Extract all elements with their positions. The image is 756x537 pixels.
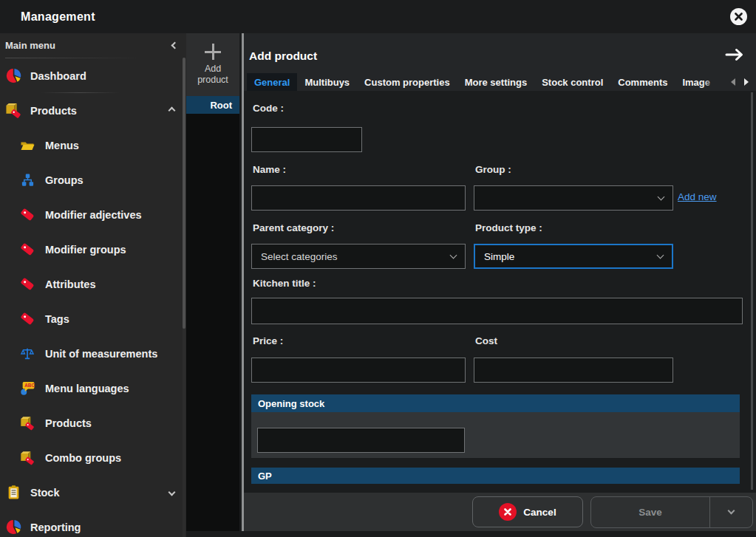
tab-more-settings[interactable]: More settings — [457, 73, 535, 91]
org-chart-icon — [19, 172, 35, 188]
sidebar-header-label: Main menu — [5, 40, 55, 51]
chevron-down-icon[interactable] — [168, 489, 176, 496]
code-label: Code : — [253, 103, 284, 114]
sidebar-item-combo-groups[interactable]: Combo groups — [0, 440, 186, 475]
sidebar-item-modifier-groups[interactable]: Modifier groups — [0, 232, 186, 267]
tag-icon — [19, 207, 35, 223]
tab-scroll-right-icon[interactable] — [744, 78, 749, 86]
add-product-panel: Add product General Multibuys Custom pro… — [244, 33, 756, 531]
name-input[interactable] — [251, 185, 466, 211]
sidebar-item-unit-of-measurements[interactable]: Unit of measurements — [0, 336, 186, 371]
general-tab-content: Code : Name : Group : Add new Parent cat… — [244, 91, 756, 493]
add-product-label: Add product — [191, 64, 235, 86]
content-scrollbar[interactable] — [751, 92, 753, 490]
cost-input[interactable] — [474, 358, 673, 383]
pie-chart-icon — [5, 519, 21, 536]
sidebar-item-products[interactable]: Products — [0, 93, 186, 128]
arrow-right-icon[interactable] — [725, 48, 744, 64]
price-input[interactable] — [251, 358, 466, 383]
code-input[interactable] — [251, 127, 362, 152]
cost-label: Cost — [475, 335, 497, 346]
svg-text:ABC: ABC — [24, 383, 35, 388]
opening-stock-input[interactable] — [257, 428, 465, 453]
sidebar: Main menu Dashboard Products Menus — [0, 33, 186, 537]
title-bar: Management — [0, 0, 756, 33]
sidebar-item-menus[interactable]: Menus — [0, 128, 186, 163]
add-product-button[interactable]: Add product — [186, 33, 239, 96]
clipboard-icon — [5, 485, 21, 501]
tab-stock-control[interactable]: Stock control — [534, 73, 610, 91]
close-icon[interactable] — [730, 8, 747, 25]
cancel-x-icon — [499, 503, 517, 521]
name-label: Name : — [253, 164, 286, 175]
gp-header: GP — [251, 468, 740, 484]
sidebar-item-dashboard[interactable]: Dashboard — [0, 58, 186, 93]
tab-custom-properties[interactable]: Custom properties — [357, 73, 457, 91]
sidebar-item-groups[interactable]: Groups — [0, 163, 186, 197]
language-bubble-icon: ABC — [19, 380, 35, 397]
tab-general[interactable]: General — [247, 73, 297, 91]
product-type-label: Product type : — [475, 222, 542, 233]
cancel-button[interactable]: Cancel — [472, 496, 583, 527]
group-select[interactable] — [474, 185, 673, 211]
parent-category-select[interactable]: Select categories — [251, 244, 466, 269]
product-box-tag-icon — [19, 415, 35, 431]
chevron-up-icon[interactable] — [168, 107, 176, 114]
parent-category-label: Parent category : — [253, 222, 334, 233]
kitchen-title-label: Kitchen title : — [253, 278, 316, 289]
tag-icon — [19, 276, 35, 293]
product-type-select[interactable]: Simple — [474, 244, 673, 269]
folder-icon — [19, 137, 35, 154]
group-label: Group : — [475, 164, 511, 175]
sidebar-item-menu-languages[interactable]: ABC Menu languages — [0, 371, 186, 406]
sidebar-scrollbar-thumb[interactable] — [183, 58, 185, 329]
app-title: Management — [11, 10, 95, 24]
add-new-group-link[interactable]: Add new — [678, 191, 717, 202]
collapse-sidebar-icon[interactable] — [171, 42, 179, 49]
save-dropdown-toggle[interactable] — [709, 497, 752, 527]
sidebar-item-reporting[interactable]: Reporting — [0, 510, 186, 537]
kitchen-title-input[interactable] — [251, 298, 743, 324]
bottom-strip — [186, 531, 756, 537]
tab-scroll-left-icon[interactable] — [731, 78, 735, 86]
tag-icon — [19, 242, 35, 258]
save-button-group: Save — [590, 496, 753, 528]
sidebar-item-stock[interactable]: Stock — [0, 475, 186, 510]
sidebar-item-attributes[interactable]: Attributes — [0, 267, 186, 301]
tree-body — [186, 114, 239, 531]
opening-stock-header: Opening stock — [251, 394, 740, 412]
sidebar-item-tags[interactable]: Tags — [0, 301, 186, 336]
tab-comments[interactable]: Comments — [610, 73, 675, 91]
tree-node-root[interactable]: Root — [186, 96, 239, 114]
sidebar-item-products-2[interactable]: Products — [0, 406, 186, 440]
save-button[interactable]: Save — [591, 497, 709, 527]
tab-bar: General Multibuys Custom properties More… — [244, 73, 756, 91]
product-box-tag-icon — [19, 450, 35, 466]
scale-icon — [19, 346, 35, 362]
tab-multibuys[interactable]: Multibuys — [297, 73, 357, 91]
pie-chart-icon — [5, 68, 21, 84]
tab-fade — [703, 73, 721, 91]
sidebar-header: Main menu — [0, 33, 186, 58]
footer-bar: Cancel Save — [244, 493, 756, 531]
category-tree-panel: Add product Root — [186, 33, 239, 531]
product-box-tag-icon — [5, 103, 21, 119]
panel-title: Add product — [249, 49, 317, 63]
tag-icon — [19, 311, 35, 327]
sidebar-item-modifier-adjectives[interactable]: Modifier adjectives — [0, 197, 186, 232]
price-label: Price : — [253, 335, 283, 346]
plus-icon — [205, 44, 221, 60]
